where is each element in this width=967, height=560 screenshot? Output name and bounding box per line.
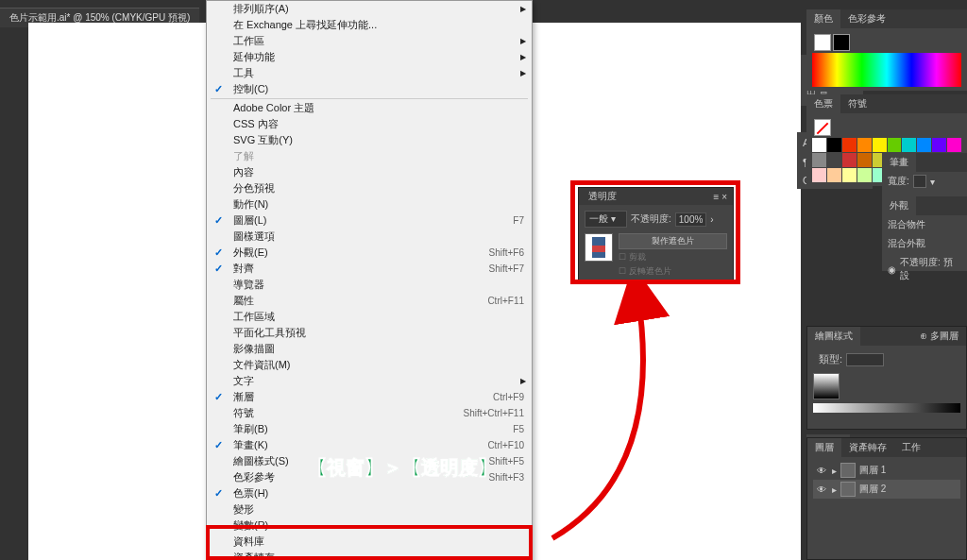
menu-item[interactable]: 變形 bbox=[207, 501, 532, 518]
brushes-tab[interactable]: 筆畫 bbox=[882, 153, 916, 172]
asset-export-tab[interactable]: 資產轉存 bbox=[841, 438, 894, 457]
menu-item[interactable]: 平面化工具預視 bbox=[207, 325, 532, 341]
blend-mode-select[interactable]: 一般 ▾ bbox=[585, 211, 627, 228]
swatch[interactable] bbox=[902, 138, 916, 152]
layer-row-1[interactable]: 👁▸圖層 1 bbox=[813, 461, 960, 480]
swatch[interactable] bbox=[857, 168, 872, 182]
swatch[interactable] bbox=[827, 138, 841, 152]
swatch[interactable] bbox=[857, 138, 872, 152]
object-thumbnail[interactable] bbox=[585, 233, 613, 262]
menu-item[interactable]: 內容 bbox=[207, 164, 532, 180]
color-panel: 顏色 色彩參考 bbox=[806, 9, 967, 91]
swatch[interactable] bbox=[857, 153, 872, 167]
menu-item[interactable]: ✓外觀(E)Shift+F6 bbox=[207, 245, 532, 261]
menu-item[interactable]: 動作(N) bbox=[207, 196, 532, 212]
menu-item[interactable]: 影像描圖 bbox=[207, 341, 532, 357]
swatches-tab[interactable]: 色票 bbox=[806, 94, 840, 113]
menu-item[interactable]: ✓色票(H) bbox=[207, 485, 532, 501]
visibility-icon[interactable]: 👁 bbox=[817, 466, 828, 476]
menu-item[interactable]: ✓控制(C) bbox=[207, 81, 532, 97]
opacity-row[interactable]: ◉ 不透明度: 預設 bbox=[882, 253, 967, 285]
layers-tab[interactable]: 圖層 bbox=[807, 438, 841, 457]
swatch[interactable] bbox=[932, 138, 946, 152]
menu-item[interactable]: 資料庫 bbox=[207, 534, 532, 550]
layer-name[interactable]: 圖層 2 bbox=[859, 483, 886, 496]
menu-item[interactable]: 圖樣選項 bbox=[207, 229, 532, 245]
work-tab[interactable]: 工作 bbox=[894, 438, 928, 457]
menu-item[interactable]: ✓圖層(L)F7 bbox=[207, 212, 532, 229]
swatch[interactable] bbox=[842, 153, 857, 167]
stroke-appearance-panel: 筆畫 寬度:▾ 外觀 混合物件 混合外觀 ◉ 不透明度: 預設 bbox=[882, 153, 967, 271]
color-guide-tab[interactable]: 色彩參考 bbox=[840, 9, 893, 28]
layer-thumbnail bbox=[840, 482, 856, 497]
fill-color[interactable] bbox=[814, 34, 831, 51]
menu-item[interactable]: 工具▶ bbox=[207, 65, 532, 81]
menu-item[interactable]: 工作區▶ bbox=[207, 33, 532, 49]
gradient-type[interactable] bbox=[846, 353, 884, 366]
swatch[interactable] bbox=[947, 138, 961, 152]
gradient-slider[interactable] bbox=[813, 403, 960, 413]
swatch[interactable] bbox=[842, 168, 857, 182]
graphic-styles-tab[interactable]: 繪圖樣式 bbox=[807, 327, 860, 346]
transparency-panel: 透明度 ≡ × 一般 ▾ 不透明度: 100% › 製作遮色片 ☐ 剪裁 ☐ 反… bbox=[578, 187, 734, 284]
menu-item[interactable]: CSS 內容 bbox=[207, 116, 532, 132]
swatch[interactable] bbox=[917, 138, 931, 152]
mixed-object-row: 混合物件 bbox=[882, 215, 967, 234]
menu-item[interactable]: ✓漸層Ctrl+F9 bbox=[207, 389, 532, 405]
menu-item[interactable]: 排列順序(A)▶ bbox=[207, 1, 532, 17]
annotation-text: 【視窗】＞【透明度】 bbox=[308, 455, 497, 481]
appearance-tab[interactable]: 外觀 bbox=[882, 196, 916, 215]
gradient-preview[interactable] bbox=[813, 373, 840, 399]
expand-icon[interactable]: ▸ bbox=[832, 484, 837, 495]
swatch[interactable] bbox=[842, 138, 857, 152]
menu-item[interactable]: 導覽器 bbox=[207, 277, 532, 293]
panel-menu-icon[interactable]: ≡ × bbox=[714, 192, 727, 202]
visibility-icon[interactable]: 👁 bbox=[817, 484, 828, 495]
invert-mask-checkbox[interactable]: ☐ 反轉遮色片 bbox=[619, 265, 727, 278]
opacity-label: 不透明度: bbox=[631, 212, 671, 226]
transparency-panel-tab[interactable]: 透明度 bbox=[585, 188, 620, 205]
type-label: 類型: bbox=[819, 352, 842, 366]
menu-item[interactable]: SVG 互動(Y) bbox=[207, 132, 532, 148]
swatch[interactable] bbox=[827, 153, 841, 167]
width-label: 寬度: bbox=[888, 175, 909, 188]
menu-item[interactable]: 筆刷(B)F5 bbox=[207, 421, 532, 437]
opacity-input[interactable]: 100% bbox=[675, 212, 707, 227]
menu-item[interactable]: 文件資訊(M) bbox=[207, 357, 532, 373]
mixed-appearance-row: 混合外觀 bbox=[882, 234, 967, 253]
stroke-color[interactable] bbox=[833, 34, 850, 51]
menu-item[interactable]: ✓對齊Shift+F7 bbox=[207, 261, 532, 277]
color-tab[interactable]: 顏色 bbox=[806, 9, 840, 28]
opacity-arrow-icon[interactable]: › bbox=[710, 214, 713, 225]
menu-item[interactable]: ✓筆畫(K)Ctrl+F10 bbox=[207, 437, 532, 453]
menu-item[interactable]: 資產轉存 bbox=[207, 550, 532, 560]
expand-icon[interactable]: ▸ bbox=[832, 466, 837, 476]
swatch[interactable] bbox=[812, 153, 826, 167]
layer-name[interactable]: 圖層 1 bbox=[859, 464, 886, 477]
layer-row-2[interactable]: 👁▸圖層 2 bbox=[813, 480, 960, 499]
menu-item[interactable]: 屬性Ctrl+F11 bbox=[207, 293, 532, 309]
graphic-styles-panel: 繪圖樣式 ⊕ 多圖層 類型: bbox=[806, 326, 967, 430]
menu-item[interactable]: 變數(R) bbox=[207, 518, 532, 534]
menu-item[interactable]: 在 Exchange 上尋找延伸功能... bbox=[207, 17, 532, 33]
swatch[interactable] bbox=[812, 138, 826, 152]
width-input[interactable] bbox=[913, 175, 926, 188]
menu-item[interactable]: Adobe Color 主題 bbox=[207, 100, 532, 116]
swatch-fill[interactable] bbox=[814, 119, 831, 136]
multi-layer-label: ⊕ 多圖層 bbox=[912, 327, 966, 346]
swatch[interactable] bbox=[888, 138, 902, 152]
clip-checkbox[interactable]: ☐ 剪裁 bbox=[619, 251, 727, 263]
menu-item[interactable]: 符號Shift+Ctrl+F11 bbox=[207, 405, 532, 421]
menu-item[interactable]: 文字▶ bbox=[207, 373, 532, 389]
menu-item[interactable]: 工作區域 bbox=[207, 309, 532, 325]
swatch[interactable] bbox=[873, 138, 887, 152]
menu-item[interactable]: 延伸功能▶ bbox=[207, 49, 532, 65]
make-mask-button[interactable]: 製作遮色片 bbox=[619, 233, 727, 249]
menu-item[interactable]: 分色預視 bbox=[207, 180, 532, 196]
swatch[interactable] bbox=[827, 168, 841, 182]
color-spectrum[interactable] bbox=[812, 53, 961, 87]
symbols-tab[interactable]: 符號 bbox=[840, 94, 874, 113]
menu-item[interactable]: 了解 bbox=[207, 148, 532, 164]
swatch[interactable] bbox=[812, 168, 826, 182]
layers-panel: 圖層 資產轉存 工作 👁▸圖層 1 👁▸圖層 2 bbox=[806, 437, 967, 560]
